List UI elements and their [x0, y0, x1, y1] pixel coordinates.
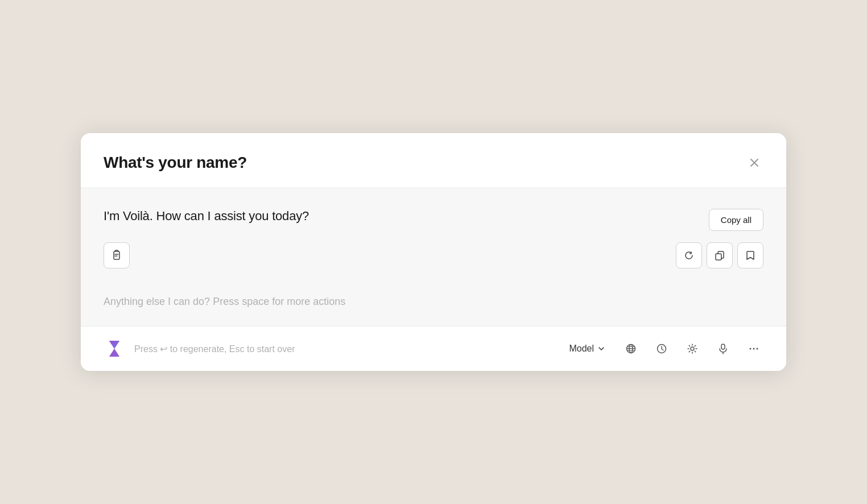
model-selector-button[interactable]: Model	[564, 340, 610, 357]
prompt-placeholder: Anything else I can do? Press space for …	[104, 287, 763, 312]
bookmark-button[interactable]	[737, 242, 763, 268]
chevron-down-icon	[597, 345, 605, 353]
model-label: Model	[569, 344, 594, 354]
clipboard-icon	[111, 250, 122, 261]
modal-footer: Press ↩ to regenerate, Esc to start over…	[81, 326, 786, 371]
response-section: I'm Voilà. How can I assist you today? C…	[104, 209, 763, 231]
svg-rect-1	[716, 254, 721, 260]
bookmark-icon	[745, 250, 756, 261]
modal-title: What's your name?	[104, 154, 247, 172]
main-modal: What's your name? I'm Voilà. How can I a…	[81, 133, 786, 371]
svg-point-8	[753, 348, 755, 350]
modal-body: I'm Voilà. How can I assist you today? C…	[81, 188, 786, 326]
action-row	[104, 242, 763, 268]
response-text: I'm Voilà. How can I assist you today?	[104, 209, 695, 224]
voila-logo-icon	[104, 338, 125, 360]
svg-point-5	[691, 347, 694, 350]
modal-header: What's your name?	[81, 133, 786, 188]
svg-rect-6	[721, 344, 725, 349]
right-actions	[676, 242, 763, 268]
refresh-icon	[683, 250, 695, 261]
refresh-button[interactable]	[676, 242, 702, 268]
microphone-button[interactable]	[713, 339, 733, 358]
mic-icon	[717, 343, 729, 354]
copy-all-button[interactable]: Copy all	[709, 209, 763, 231]
history-icon	[656, 343, 667, 354]
svg-point-7	[750, 348, 752, 350]
more-icon	[748, 343, 759, 354]
settings-button[interactable]	[683, 339, 702, 358]
svg-point-9	[757, 348, 758, 350]
copy-button[interactable]	[707, 242, 733, 268]
close-icon	[750, 158, 759, 167]
footer-right: Model	[564, 339, 763, 358]
footer-left: Press ↩ to regenerate, Esc to start over	[104, 338, 564, 360]
footer-hint: Press ↩ to regenerate, Esc to start over	[134, 344, 295, 354]
gear-icon	[687, 343, 698, 354]
globe-button[interactable]	[621, 339, 641, 358]
svg-rect-0	[114, 251, 119, 259]
globe-icon	[625, 343, 637, 354]
close-button[interactable]	[745, 154, 763, 172]
history-button[interactable]	[652, 339, 671, 358]
more-button[interactable]	[744, 339, 763, 358]
copy-icon	[714, 250, 725, 261]
clipboard-button[interactable]	[104, 242, 130, 268]
